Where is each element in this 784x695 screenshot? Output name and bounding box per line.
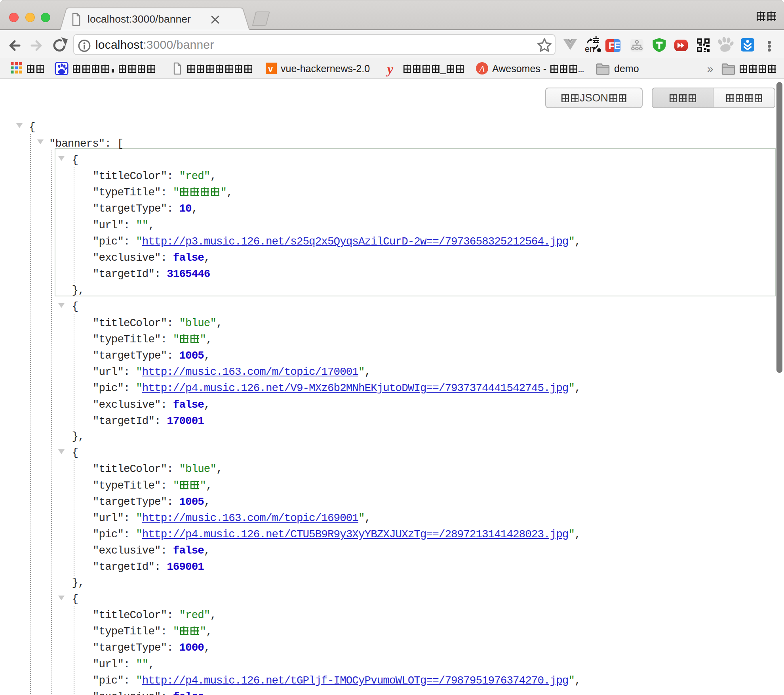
svg-text:A: A — [478, 64, 485, 74]
svg-text:en: en — [585, 44, 594, 54]
svg-text:localhost:3000/banner: localhost:3000/banner — [88, 13, 191, 25]
svg-text:v: v — [268, 64, 273, 74]
svg-text:»: » — [707, 63, 714, 75]
svg-text:FE: FE — [609, 40, 620, 51]
svg-text:y: y — [386, 62, 394, 76]
